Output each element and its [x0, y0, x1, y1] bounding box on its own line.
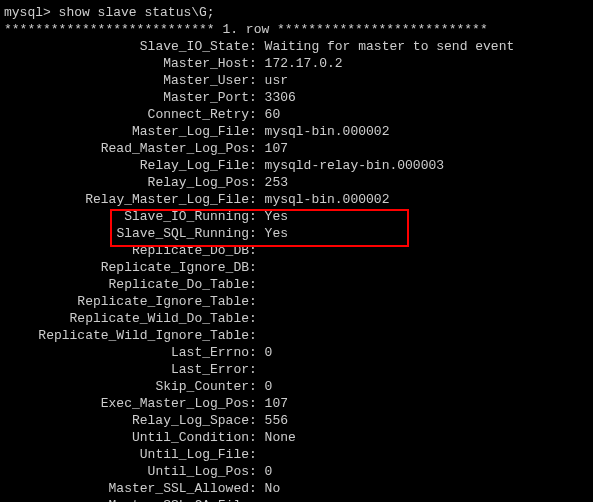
field-separator: : — [249, 463, 265, 480]
field-value: 253 — [265, 174, 288, 191]
field-line: Skip_Counter: 0 — [4, 378, 589, 395]
field-line: Replicate_Ignore_Table: — [4, 293, 589, 310]
field-line: Until_Log_Pos: 0 — [4, 463, 589, 480]
field-separator: : — [249, 395, 265, 412]
field-value: 0 — [265, 344, 273, 361]
field-separator: : — [249, 191, 265, 208]
field-separator: : — [249, 174, 265, 191]
field-line: Replicate_Ignore_DB: — [4, 259, 589, 276]
field-label: Replicate_Do_Table — [4, 276, 249, 293]
field-line: Relay_Master_Log_File: mysql-bin.000002 — [4, 191, 589, 208]
field-label: Last_Errno — [4, 344, 249, 361]
field-line: Replicate_Wild_Do_Table: — [4, 310, 589, 327]
field-label: Exec_Master_Log_Pos — [4, 395, 249, 412]
field-separator: : — [249, 310, 265, 327]
field-label: Replicate_Do_DB — [4, 242, 249, 259]
field-label: Replicate_Ignore_DB — [4, 259, 249, 276]
field-label: Master_Port — [4, 89, 249, 106]
field-line: Master_Host: 172.17.0.2 — [4, 55, 589, 72]
field-line: Master_SSL_CA_File: — [4, 497, 589, 502]
field-line: Master_User: usr — [4, 72, 589, 89]
field-line: Replicate_Wild_Ignore_Table: — [4, 327, 589, 344]
field-value: 0 — [265, 378, 273, 395]
status-fields: Slave_IO_State: Waiting for master to se… — [4, 38, 589, 502]
field-separator: : — [249, 140, 265, 157]
field-line: Relay_Log_File: mysqld-relay-bin.000003 — [4, 157, 589, 174]
field-separator: : — [249, 89, 265, 106]
field-value: Waiting for master to send event — [265, 38, 515, 55]
terminal-output: mysql> show slave status\G; ************… — [4, 4, 589, 502]
field-line: Slave_IO_State: Waiting for master to se… — [4, 38, 589, 55]
field-label: Until_Condition — [4, 429, 249, 446]
field-line: Master_Log_File: mysql-bin.000002 — [4, 123, 589, 140]
field-value: mysql-bin.000002 — [265, 191, 390, 208]
field-line: Slave_IO_Running: Yes — [4, 208, 589, 225]
field-label: Master_User — [4, 72, 249, 89]
field-value: 107 — [265, 395, 288, 412]
field-line: Master_SSL_Allowed: No — [4, 480, 589, 497]
field-label: Relay_Log_Pos — [4, 174, 249, 191]
field-line: Replicate_Do_Table: — [4, 276, 589, 293]
field-label: Skip_Counter — [4, 378, 249, 395]
mysql-prompt[interactable]: mysql> show slave status\G; — [4, 4, 589, 21]
field-value: 3306 — [265, 89, 296, 106]
field-separator: : — [249, 106, 265, 123]
field-line: Last_Error: — [4, 361, 589, 378]
field-label: Replicate_Ignore_Table — [4, 293, 249, 310]
field-separator: : — [249, 446, 265, 463]
field-label: Relay_Log_Space — [4, 412, 249, 429]
field-label: Master_Host — [4, 55, 249, 72]
field-label: Relay_Master_Log_File — [4, 191, 249, 208]
field-label: Relay_Log_File — [4, 157, 249, 174]
field-separator: : — [249, 497, 265, 502]
field-label: Slave_IO_State — [4, 38, 249, 55]
field-value: 556 — [265, 412, 288, 429]
field-label: Replicate_Wild_Ignore_Table — [4, 327, 249, 344]
field-separator: : — [249, 344, 265, 361]
field-line: Exec_Master_Log_Pos: 107 — [4, 395, 589, 412]
field-label: Read_Master_Log_Pos — [4, 140, 249, 157]
field-value: 60 — [265, 106, 281, 123]
field-line: Slave_SQL_Running: Yes — [4, 225, 589, 242]
field-separator: : — [249, 225, 265, 242]
field-line: Until_Log_File: — [4, 446, 589, 463]
field-separator: : — [249, 480, 265, 497]
field-value: None — [265, 429, 296, 446]
field-separator: : — [249, 429, 265, 446]
field-separator: : — [249, 412, 265, 429]
field-label: Connect_Retry — [4, 106, 249, 123]
field-value: No — [265, 480, 281, 497]
field-separator: : — [249, 55, 265, 72]
field-label: Replicate_Wild_Do_Table — [4, 310, 249, 327]
field-value: 107 — [265, 140, 288, 157]
field-value: Yes — [265, 225, 288, 242]
field-value: mysql-bin.000002 — [265, 123, 390, 140]
field-label: Slave_IO_Running — [4, 208, 249, 225]
field-line: Connect_Retry: 60 — [4, 106, 589, 123]
field-separator: : — [249, 123, 265, 140]
field-separator: : — [249, 327, 265, 344]
field-separator: : — [249, 157, 265, 174]
field-label: Master_SSL_Allowed — [4, 480, 249, 497]
field-separator: : — [249, 259, 265, 276]
field-label: Master_SSL_CA_File — [4, 497, 249, 502]
field-label: Master_Log_File — [4, 123, 249, 140]
field-separator: : — [249, 242, 265, 259]
field-label: Last_Error — [4, 361, 249, 378]
field-line: Read_Master_Log_Pos: 107 — [4, 140, 589, 157]
field-label: Slave_SQL_Running — [4, 225, 249, 242]
field-line: Master_Port: 3306 — [4, 89, 589, 106]
field-value: 0 — [265, 463, 273, 480]
field-value: 172.17.0.2 — [265, 55, 343, 72]
row-header: *************************** 1. row *****… — [4, 21, 589, 38]
field-value: usr — [265, 72, 288, 89]
field-value: Yes — [265, 208, 288, 225]
field-separator: : — [249, 38, 265, 55]
field-label: Until_Log_File — [4, 446, 249, 463]
field-separator: : — [249, 293, 265, 310]
field-line: Relay_Log_Space: 556 — [4, 412, 589, 429]
field-value: mysqld-relay-bin.000003 — [265, 157, 444, 174]
field-separator: : — [249, 208, 265, 225]
field-separator: : — [249, 361, 265, 378]
field-line: Until_Condition: None — [4, 429, 589, 446]
